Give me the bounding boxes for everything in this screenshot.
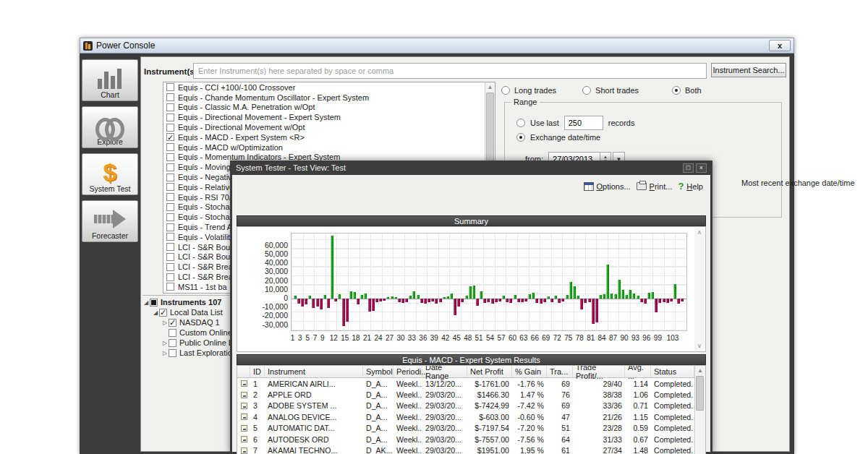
- x-tick-label: 27: [386, 334, 393, 342]
- column-header[interactable]: Instrument: [265, 366, 363, 377]
- checkbox-icon[interactable]: [166, 153, 174, 161]
- use-last-radio[interactable]: [516, 119, 525, 127]
- expert-list-item[interactable]: Equis - Chande Momentum Oscillator - Exp…: [163, 93, 495, 103]
- checkbox-icon[interactable]: [166, 143, 174, 151]
- chart-bar: [569, 282, 572, 299]
- mini-chart-icon[interactable]: [241, 436, 247, 442]
- sidebar-item-system-test[interactable]: $System Test: [82, 153, 138, 195]
- sidebar-item-explore[interactable]: Explore: [82, 106, 138, 148]
- checkbox-icon[interactable]: [169, 349, 176, 357]
- x-tick-label: 12: [330, 334, 338, 342]
- table-row[interactable]: 3ADOBE SYSTEM ...D_A...Weekl...29/03/20.…: [237, 401, 694, 411]
- checkbox-icon[interactable]: [166, 243, 174, 251]
- exchange-datetime-radio[interactable]: [516, 133, 525, 142]
- table-row[interactable]: 2APPLE ORDD_A...Weekl...29/03/20...$1466…: [237, 389, 694, 400]
- expert-list-item[interactable]: Equis - CCI +100/-100 Crossover: [163, 82, 495, 93]
- checkbox-icon[interactable]: [166, 183, 174, 191]
- tree-expander-icon[interactable]: ◢: [152, 309, 159, 316]
- expert-list-item[interactable]: Equis - MACD w/Optimization: [163, 142, 495, 153]
- expert-list-item[interactable]: ✓Equis - MACD - Expert System <R>: [163, 132, 495, 142]
- column-header[interactable]: % Gain: [512, 366, 547, 377]
- checkbox-icon[interactable]: [166, 174, 174, 181]
- scroll-up-icon[interactable]: ▲: [695, 366, 705, 375]
- scroll-down-icon[interactable]: ∨: [694, 341, 705, 351]
- mini-chart-icon[interactable]: [241, 392, 247, 398]
- checkbox-icon[interactable]: [169, 329, 176, 337]
- expert-list-item[interactable]: Equis - Directional Movement - Expert Sy…: [163, 112, 495, 122]
- table-row[interactable]: 5AUTOMATIC DAT...D_A...Weekl...29/03/20.…: [237, 423, 694, 434]
- column-header[interactable]: Tra...: [547, 366, 573, 377]
- expert-list-item[interactable]: Equis - Directional Movement w/Opt: [163, 122, 495, 132]
- mini-chart-icon[interactable]: [241, 447, 247, 454]
- checkbox-icon[interactable]: [166, 193, 174, 201]
- checkbox-icon[interactable]: ✓: [169, 319, 176, 327]
- checkbox-icon[interactable]: [166, 253, 174, 261]
- sidebar-item-forecaster[interactable]: Forecaster: [82, 200, 138, 242]
- checkbox-icon[interactable]: [166, 93, 174, 101]
- tester-maximize-button[interactable]: □: [683, 163, 694, 173]
- radio-icon[interactable]: [582, 86, 591, 95]
- table-row[interactable]: 4ANALOG DEVICE...D_A...Weekl...29/03/20.…: [237, 411, 694, 422]
- expert-list-item[interactable]: Equis - Classic M.A. Penetration w/Opt: [163, 103, 495, 113]
- tree-expander-icon[interactable]: ▷: [161, 320, 169, 326]
- checkbox-icon[interactable]: [166, 213, 174, 221]
- trade-option-long-trades[interactable]: Long trades: [501, 86, 556, 95]
- trade-option-both[interactable]: Both: [672, 86, 702, 95]
- checkbox-icon[interactable]: [166, 203, 174, 211]
- checkbox-icon[interactable]: [166, 263, 174, 271]
- help-button[interactable]: ? Help: [678, 181, 703, 192]
- tree-expander-icon[interactable]: ◢: [142, 299, 150, 306]
- results-table-scrollbar[interactable]: ▲: [694, 366, 705, 454]
- checkbox-icon[interactable]: [166, 83, 174, 91]
- column-header[interactable]: Net Profit: [467, 366, 512, 377]
- options-button[interactable]: Options...: [584, 182, 631, 191]
- table-cell-symbol: D_A...: [363, 424, 393, 432]
- checkbox-icon[interactable]: [150, 299, 158, 307]
- checkbox-icon[interactable]: [166, 233, 174, 241]
- column-header[interactable]: Symbol: [363, 366, 393, 377]
- checkbox-icon[interactable]: [166, 113, 174, 121]
- scroll-up-icon[interactable]: ∧: [694, 228, 705, 237]
- instruments-input[interactable]: [193, 63, 707, 79]
- checkbox-icon[interactable]: [166, 124, 174, 132]
- chart-bar: [540, 299, 542, 304]
- chart-scrollbar[interactable]: ∧ ∨: [694, 228, 705, 351]
- checkbox-icon[interactable]: ✓: [159, 309, 167, 317]
- checkbox-icon[interactable]: [166, 163, 174, 171]
- scroll-thumb[interactable]: [696, 376, 704, 411]
- column-header[interactable]: Avg. ...: [625, 366, 651, 377]
- tree-expander-icon[interactable]: ▷: [161, 340, 169, 346]
- mini-chart-icon[interactable]: [241, 414, 247, 420]
- column-header[interactable]: Periodi...: [393, 366, 422, 377]
- checkbox-icon[interactable]: [169, 339, 176, 347]
- sidebar-item-chart[interactable]: Chart: [82, 59, 138, 101]
- records-input[interactable]: [564, 116, 603, 130]
- mini-chart-icon[interactable]: [241, 425, 247, 432]
- table-row[interactable]: 1AMERICAN AIRLI...D_A...Weekl...13/12/20…: [237, 378, 694, 389]
- table-row[interactable]: 6AUTODESK ORDD_A...Weekl...29/03/20...$-…: [237, 434, 694, 445]
- table-cell-period: Weekl...: [393, 446, 422, 454]
- tester-close-button[interactable]: ×: [696, 163, 707, 173]
- column-header[interactable]: Date Range: [422, 366, 467, 377]
- checkbox-icon[interactable]: [166, 273, 174, 281]
- checkbox-icon[interactable]: [166, 283, 174, 291]
- mini-chart-icon[interactable]: [241, 380, 247, 387]
- radio-icon[interactable]: [501, 86, 510, 95]
- column-header[interactable]: Trade Profit/...: [573, 366, 625, 377]
- checkbox-icon[interactable]: [166, 223, 174, 231]
- column-header[interactable]: ID: [250, 366, 265, 377]
- mini-chart-icon[interactable]: [241, 403, 247, 409]
- print-button[interactable]: Print...: [637, 182, 673, 191]
- window-close-button[interactable]: x: [769, 40, 791, 51]
- trade-option-short-trades[interactable]: Short trades: [582, 86, 639, 95]
- column-header[interactable]: Status: [651, 366, 694, 377]
- chart-bar: [487, 299, 490, 302]
- checkbox-icon[interactable]: [166, 103, 174, 111]
- instrument-search-button[interactable]: Instrument Search...: [711, 63, 786, 77]
- tree-expander-icon[interactable]: ▷: [161, 350, 169, 356]
- radio-icon[interactable]: [672, 86, 681, 95]
- checkbox-icon[interactable]: ✓: [166, 133, 174, 141]
- table-row[interactable]: 7AKAMAI TECHNO...D_AK...Weekl...29/03/20…: [237, 445, 694, 454]
- scroll-up-icon[interactable]: ▲: [485, 82, 495, 92]
- chart-bar: [521, 299, 524, 302]
